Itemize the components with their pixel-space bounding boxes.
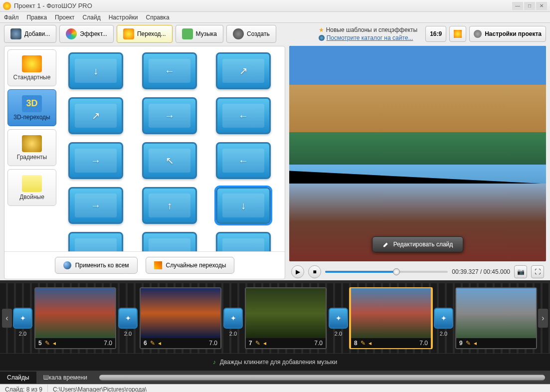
aspect-ratio-button[interactable]: 16:9 — [425, 26, 446, 42]
transition-thumb[interactable]: ↓ — [68, 52, 123, 89]
timeline-scroll-left[interactable]: ‹ — [2, 309, 12, 328]
slide-thumbnail — [351, 288, 431, 338]
edit-slide-icon[interactable]: ✎ — [361, 340, 366, 347]
transition-thumb[interactable]: → — [68, 187, 123, 224]
slide-card[interactable]: 9✎◂ — [455, 287, 537, 349]
apply-all-button[interactable]: Применить ко всем — [55, 257, 138, 274]
slide-thumbnail — [141, 288, 220, 338]
snapshot-button[interactable]: 📷 — [514, 265, 527, 278]
theme-button[interactable] — [449, 26, 466, 42]
tab-transitions[interactable]: Переход... — [117, 25, 173, 43]
menu-project[interactable]: Проект — [55, 14, 75, 21]
transition-chip-icon: ✦ — [20, 314, 26, 322]
sphere-icon — [63, 261, 71, 269]
arrow-icon: ↑ — [167, 200, 172, 211]
star-icon — [123, 28, 134, 39]
wand-icon — [154, 261, 162, 269]
slide-menu-icon[interactable]: ◂ — [53, 340, 56, 347]
window-title: Проект 1 - ФотоШОУ PRO — [14, 2, 92, 9]
tab-slides[interactable]: Слайды — [0, 372, 36, 384]
progress-fill — [325, 271, 396, 273]
transition-chip[interactable]: ✦2.0 — [118, 308, 138, 329]
transition-thumb[interactable] — [68, 232, 123, 251]
transition-thumb[interactable]: ← — [216, 142, 271, 179]
transition-duration: 2.0 — [229, 331, 237, 337]
transition-chip[interactable]: ✦2.0 — [434, 308, 453, 329]
toolbar: Добави... Эффект... Переход... Музыка Со… — [0, 23, 550, 45]
tab-add[interactable]: Добави... — [4, 25, 56, 43]
slide-info-bar: 6✎◂7.0 — [141, 338, 220, 348]
transition-chip[interactable]: ✦2.0 — [329, 308, 348, 329]
project-settings-button[interactable]: Настройки проекта — [469, 26, 546, 42]
transition-thumb[interactable]: ↓ — [216, 187, 271, 224]
filmstrip: ‹ ✦2.05✎◂7.0✦2.06✎◂7.0✦2.07✎◂7.0✦2.08✎◂7… — [0, 287, 550, 349]
transition-chip[interactable]: ✦2.0 — [13, 308, 32, 329]
slide-menu-icon[interactable]: ◂ — [263, 340, 266, 347]
transition-thumb[interactable]: → — [142, 97, 197, 134]
transition-thumb[interactable]: ← — [216, 97, 271, 134]
minimize-button[interactable]: — — [512, 2, 523, 10]
transition-thumb[interactable] — [142, 232, 197, 251]
promo-block: ★Новые шаблоны и спецэффекты Посмотрите … — [319, 26, 418, 41]
transition-thumb[interactable]: → — [68, 142, 123, 179]
slide-duration: 7.0 — [314, 340, 323, 347]
stop-button[interactable]: ■ — [308, 265, 321, 278]
slide-card[interactable]: 6✎◂7.0 — [140, 287, 221, 349]
edit-slide-icon[interactable]: ✎ — [466, 340, 471, 347]
transition-thumb[interactable]: ↗ — [216, 52, 271, 89]
menu-help[interactable]: Справка — [146, 14, 169, 21]
slide-thumbnail — [456, 288, 536, 338]
arrow-icon: → — [91, 200, 101, 211]
edit-slide-icon[interactable]: ✎ — [150, 340, 155, 347]
tab-music-label: Музыка — [196, 30, 217, 37]
edit-slide-icon[interactable]: ✎ — [255, 340, 260, 347]
progress-handle[interactable] — [393, 268, 400, 275]
slide-menu-icon[interactable]: ◂ — [368, 340, 371, 347]
slide-card[interactable]: 7✎◂7.0 — [245, 287, 327, 349]
star-small-icon: ★ — [319, 26, 324, 33]
slide-card[interactable]: 5✎◂7.0 — [34, 287, 116, 349]
tab-timescale[interactable]: Шкала времени — [36, 372, 94, 384]
tab-music[interactable]: Музыка — [176, 25, 223, 43]
edit-slide-label: Редактировать слайд — [393, 241, 453, 248]
transition-thumb[interactable]: ↗ — [68, 97, 123, 134]
slide-menu-icon[interactable]: ◂ — [158, 340, 161, 347]
slide-card[interactable]: 8✎◂7.0 — [350, 287, 432, 349]
progress-slider[interactable] — [325, 271, 448, 273]
arrow-icon: ← — [165, 65, 175, 77]
scrollbar-thumb[interactable] — [99, 375, 545, 380]
close-button[interactable]: ✕ — [536, 2, 547, 10]
palette-icon — [66, 28, 77, 39]
play-button[interactable]: ▶ — [291, 265, 304, 278]
timeline-scrollbar[interactable] — [99, 374, 545, 381]
menu-file[interactable]: Файл — [4, 14, 19, 21]
category-standard[interactable]: Стандартные — [7, 49, 56, 86]
promo-catalog-link[interactable]: Посмотрите каталог на сайте... — [327, 34, 413, 41]
transition-duration: 2.0 — [124, 331, 132, 337]
music-track-hint[interactable]: ♪ Дважды кликните для добавления музыки — [0, 353, 550, 371]
timecode: 00:39.327 / 00:45.000 — [452, 268, 510, 275]
random-label: Случайные переходы — [166, 262, 226, 269]
category-gradients[interactable]: Градиенты — [7, 129, 56, 166]
transition-thumb[interactable]: ↑ — [142, 187, 197, 224]
slide-menu-icon[interactable]: ◂ — [474, 340, 477, 347]
edit-slide-icon[interactable]: ✎ — [45, 340, 50, 347]
arrow-icon: ← — [238, 110, 248, 122]
transition-thumb[interactable]: ↖ — [142, 142, 197, 179]
transition-chip[interactable]: ✦2.0 — [223, 308, 243, 329]
tab-effects[interactable]: Эффект... — [59, 25, 114, 43]
timeline-scroll-right[interactable]: › — [538, 309, 548, 328]
edit-slide-button[interactable]: Редактировать слайд — [372, 236, 464, 252]
transition-thumb[interactable]: ← — [142, 52, 197, 89]
tab-create[interactable]: Создать — [226, 25, 276, 43]
menu-edit[interactable]: Правка — [27, 14, 47, 21]
category-3d[interactable]: 3D 3D-переходы — [7, 89, 56, 126]
fullscreen-button[interactable]: ⛶ — [531, 265, 544, 278]
transition-thumb[interactable] — [216, 232, 271, 251]
maximize-button[interactable]: □ — [524, 2, 535, 10]
random-transitions-button[interactable]: Случайные переходы — [146, 257, 235, 274]
tab-transitions-label: Переход... — [137, 30, 166, 37]
menu-settings[interactable]: Настройки — [109, 14, 138, 21]
menu-slide[interactable]: Слайд — [83, 14, 101, 21]
category-double[interactable]: Двойные — [7, 169, 56, 206]
